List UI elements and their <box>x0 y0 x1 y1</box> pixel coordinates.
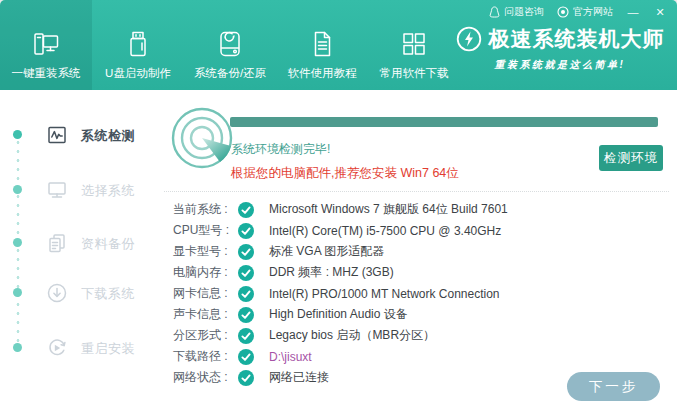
tab-label: 软件使用教程 <box>288 66 357 81</box>
tab-label: 常用软件下载 <box>380 66 449 81</box>
tab-software-tutorial[interactable]: 软件使用教程 <box>276 0 368 90</box>
qq-penguin-icon <box>489 6 500 18</box>
tab-label: U盘启动制作 <box>105 66 171 81</box>
main-panel: 系统环境检测完毕! 检测环境 根据您的电脑配件,推荐您安装 Win7 64位 当… <box>160 90 677 407</box>
info-label: 声卡信息 : <box>173 306 235 323</box>
next-step-button[interactable]: 下一步 <box>567 372 660 401</box>
support-link-label: 问题咨询 <box>504 5 544 19</box>
document-icon <box>307 29 337 59</box>
sidebar: 系统检测 选择系统 <box>0 90 160 407</box>
info-label: 下载路径 : <box>173 348 235 365</box>
drive-backup-icon <box>215 29 245 59</box>
sidebar-item-label: 资料备份 <box>81 235 135 253</box>
check-circle-icon <box>238 349 254 365</box>
info-row-gpu: 显卡型号 : 标准 VGA 图形适配器 <box>173 241 673 262</box>
app-window: 问题咨询 官方网站 — ✕ 一键重装系统 <box>0 0 677 407</box>
nav-tabs: 一键重装系统 U盘启动制作 <box>0 0 460 90</box>
sidebar-item-data-backup[interactable]: 资料备份 <box>0 223 160 263</box>
select-system-icon <box>46 179 68 201</box>
sidebar-item-label: 重启安装 <box>81 340 135 358</box>
step-dot <box>13 130 22 139</box>
download-path-link[interactable]: D:\jisuxt <box>269 350 312 364</box>
info-label: 网络状态 : <box>173 369 235 386</box>
detect-environment-button[interactable]: 检测环境 <box>599 145 663 171</box>
tab-label: 一键重装系统 <box>12 66 81 81</box>
info-value: Intel(R) PRO/1000 MT Network Connection <box>269 287 500 301</box>
data-backup-icon <box>46 232 68 254</box>
info-label: 当前系统 : <box>173 201 235 218</box>
step-dot <box>13 185 22 194</box>
usb-drive-icon <box>123 29 153 59</box>
grid-icon <box>399 29 429 59</box>
check-circle-icon <box>238 265 254 281</box>
info-value: 标准 VGA 图形适配器 <box>269 243 384 260</box>
check-circle-icon <box>238 370 254 386</box>
info-row-sound-card: 声卡信息 : High Definition Audio 设备 <box>173 304 673 325</box>
sidebar-item-system-check[interactable]: 系统检测 <box>0 115 160 155</box>
tab-reinstall-system[interactable]: 一键重装系统 <box>0 0 92 90</box>
info-label: 电脑内存 : <box>173 264 235 281</box>
sidebar-item-download-system[interactable]: 下载系统 <box>0 273 160 313</box>
recommend-text: 根据您的电脑配件,推荐您安装 Win7 64位 <box>231 165 459 182</box>
download-icon <box>46 282 68 304</box>
sidebar-item-label: 下载系统 <box>81 285 135 303</box>
info-row-download-path: 下载路径 : D:\jisuxt <box>173 346 673 367</box>
app-tagline: 重装系统就是这么简单! <box>449 58 671 72</box>
minimize-button[interactable]: — <box>626 6 640 18</box>
system-info-list: 当前系统 : Microsoft Windows 7 旗舰版 64位 Build… <box>173 199 673 388</box>
info-value: 网络已连接 <box>269 369 329 386</box>
step-dot <box>13 288 22 297</box>
website-link[interactable]: 官方网站 <box>557 5 613 19</box>
info-label: 显卡型号 : <box>173 243 235 260</box>
info-value: Microsoft Windows 7 旗舰版 64位 Build 7601 <box>269 201 508 218</box>
lightning-bolt-icon <box>456 26 482 52</box>
computer-icon <box>31 29 61 59</box>
info-row-current-os: 当前系统 : Microsoft Windows 7 旗舰版 64位 Build… <box>173 199 673 220</box>
progress-fill <box>230 117 658 127</box>
tab-system-backup-restore[interactable]: 系统备份/还原 <box>184 0 276 90</box>
status-text: 系统环境检测完毕! <box>231 141 330 158</box>
radar-scan-icon <box>169 105 235 171</box>
info-label: 分区形式 : <box>173 327 235 344</box>
support-link[interactable]: 问题咨询 <box>489 5 544 19</box>
info-value: DDR 频率 : MHZ (3GB) <box>269 264 394 281</box>
info-row-partition: 分区形式 : Legacy bios 启动（MBR分区） <box>173 325 673 346</box>
sidebar-item-restart-install[interactable]: 重启安装 <box>0 328 160 368</box>
info-label: CPU型号 : <box>173 222 235 239</box>
close-button[interactable]: ✕ <box>653 6 667 19</box>
check-circle-icon <box>238 244 254 260</box>
restart-icon <box>46 337 68 359</box>
info-row-memory: 电脑内存 : DDR 频率 : MHZ (3GB) <box>173 262 673 283</box>
tab-usb-boot-maker[interactable]: U盘启动制作 <box>92 0 184 90</box>
topbar: 问题咨询 官方网站 — ✕ <box>489 5 667 19</box>
sidebar-item-label: 系统检测 <box>81 127 135 145</box>
check-circle-icon <box>238 223 254 239</box>
progress-bar <box>230 117 658 127</box>
check-circle-icon <box>238 328 254 344</box>
info-value: Intel(R) Core(TM) i5-7500 CPU @ 3.40GHz <box>269 224 501 238</box>
info-label: 网卡信息 : <box>173 285 235 302</box>
step-dot <box>13 238 22 247</box>
info-row-network-card: 网卡信息 : Intel(R) PRO/1000 MT Network Conn… <box>173 283 673 304</box>
sidebar-item-select-system[interactable]: 选择系统 <box>0 170 160 210</box>
system-check-icon <box>46 124 68 146</box>
tab-label: 系统备份/还原 <box>194 66 266 81</box>
info-value: Legacy bios 启动（MBR分区） <box>269 327 435 344</box>
app-logo: 极速系统装机大师 重装系统就是这么简单! <box>449 25 671 72</box>
check-circle-icon <box>238 286 254 302</box>
header: 问题咨询 官方网站 — ✕ 一键重装系统 <box>0 0 677 90</box>
dotted-separator <box>164 191 669 192</box>
tab-common-software-download[interactable]: 常用软件下载 <box>368 0 460 90</box>
check-circle-icon <box>238 202 254 218</box>
check-circle-icon <box>238 307 254 323</box>
step-dot <box>13 343 22 352</box>
sidebar-item-label: 选择系统 <box>81 182 135 200</box>
info-row-cpu: CPU型号 : Intel(R) Core(TM) i5-7500 CPU @ … <box>173 220 673 241</box>
info-value: High Definition Audio 设备 <box>269 306 408 323</box>
globe-icon <box>557 6 569 18</box>
app-title: 极速系统装机大师 <box>489 25 665 53</box>
website-link-label: 官方网站 <box>573 5 613 19</box>
